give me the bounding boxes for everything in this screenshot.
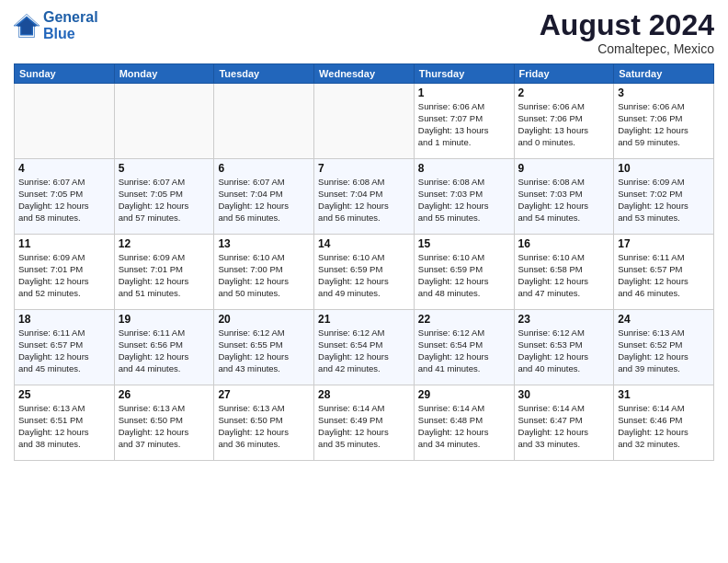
table-row: 26Sunrise: 6:13 AM Sunset: 6:50 PM Dayli… xyxy=(114,385,214,461)
day-info: Sunrise: 6:13 AM Sunset: 6:51 PM Dayligh… xyxy=(18,403,110,450)
title-block: August 2024 Comaltepec, Mexico xyxy=(540,9,714,56)
day-number: 16 xyxy=(518,237,610,250)
day-number: 23 xyxy=(518,313,610,326)
table-row: 18Sunrise: 6:11 AM Sunset: 6:57 PM Dayli… xyxy=(15,310,115,385)
day-number: 30 xyxy=(518,388,610,401)
day-info: Sunrise: 6:13 AM Sunset: 6:50 PM Dayligh… xyxy=(119,403,210,450)
day-info: Sunrise: 6:09 AM Sunset: 7:01 PM Dayligh… xyxy=(18,252,110,299)
week-row-2: 11Sunrise: 6:09 AM Sunset: 7:01 PM Dayli… xyxy=(15,235,714,310)
calendar-header-row: Sunday Monday Tuesday Wednesday Thursday… xyxy=(15,64,714,84)
day-number: 7 xyxy=(318,162,410,175)
subtitle: Comaltepec, Mexico xyxy=(540,41,714,56)
day-info: Sunrise: 6:06 AM Sunset: 7:06 PM Dayligh… xyxy=(518,101,610,148)
table-row xyxy=(114,84,214,159)
day-number: 27 xyxy=(218,388,310,401)
day-info: Sunrise: 6:07 AM Sunset: 7:04 PM Dayligh… xyxy=(218,177,310,224)
logo-blue: Blue xyxy=(43,26,75,41)
day-number: 1 xyxy=(418,86,510,99)
table-row xyxy=(15,84,115,159)
day-number: 6 xyxy=(218,162,310,175)
day-number: 5 xyxy=(119,162,210,175)
day-info: Sunrise: 6:11 AM Sunset: 6:57 PM Dayligh… xyxy=(18,327,110,374)
day-number: 24 xyxy=(618,313,710,326)
day-number: 9 xyxy=(518,162,610,175)
day-info: Sunrise: 6:14 AM Sunset: 6:47 PM Dayligh… xyxy=(518,403,610,450)
week-row-3: 18Sunrise: 6:11 AM Sunset: 6:57 PM Dayli… xyxy=(15,310,714,385)
table-row: 5Sunrise: 6:07 AM Sunset: 7:05 PM Daylig… xyxy=(114,159,214,235)
week-row-0: 1Sunrise: 6:06 AM Sunset: 7:07 PM Daylig… xyxy=(15,84,714,159)
col-saturday: Saturday xyxy=(614,64,714,84)
day-info: Sunrise: 6:12 AM Sunset: 6:53 PM Dayligh… xyxy=(518,327,610,374)
day-number: 18 xyxy=(18,313,110,326)
logo-icon xyxy=(14,13,40,39)
day-info: Sunrise: 6:08 AM Sunset: 7:03 PM Dayligh… xyxy=(518,177,610,224)
col-wednesday: Wednesday xyxy=(314,64,415,84)
day-number: 4 xyxy=(18,162,110,175)
day-info: Sunrise: 6:14 AM Sunset: 6:49 PM Dayligh… xyxy=(318,403,410,450)
day-info: Sunrise: 6:11 AM Sunset: 6:57 PM Dayligh… xyxy=(618,252,710,299)
table-row: 3Sunrise: 6:06 AM Sunset: 7:06 PM Daylig… xyxy=(614,84,714,159)
day-info: Sunrise: 6:12 AM Sunset: 6:55 PM Dayligh… xyxy=(218,327,310,374)
table-row: 9Sunrise: 6:08 AM Sunset: 7:03 PM Daylig… xyxy=(514,159,614,235)
day-info: Sunrise: 6:08 AM Sunset: 7:04 PM Dayligh… xyxy=(318,177,410,224)
day-info: Sunrise: 6:10 AM Sunset: 6:58 PM Dayligh… xyxy=(518,252,610,299)
table-row: 12Sunrise: 6:09 AM Sunset: 7:01 PM Dayli… xyxy=(114,235,214,310)
table-row: 22Sunrise: 6:12 AM Sunset: 6:54 PM Dayli… xyxy=(414,310,514,385)
logo: General Blue xyxy=(14,9,98,41)
day-info: Sunrise: 6:07 AM Sunset: 7:05 PM Dayligh… xyxy=(119,177,210,224)
header: General Blue August 2024 Comaltepec, Mex… xyxy=(14,9,714,56)
day-info: Sunrise: 6:12 AM Sunset: 6:54 PM Dayligh… xyxy=(318,327,410,374)
page: General Blue August 2024 Comaltepec, Mex… xyxy=(0,0,728,563)
day-info: Sunrise: 6:08 AM Sunset: 7:03 PM Dayligh… xyxy=(418,177,510,224)
day-info: Sunrise: 6:10 AM Sunset: 6:59 PM Dayligh… xyxy=(318,252,410,299)
day-number: 10 xyxy=(618,162,710,175)
day-info: Sunrise: 6:06 AM Sunset: 7:06 PM Dayligh… xyxy=(618,101,710,148)
logo-text: General Blue xyxy=(43,9,98,41)
day-info: Sunrise: 6:11 AM Sunset: 6:56 PM Dayligh… xyxy=(119,327,210,374)
table-row: 13Sunrise: 6:10 AM Sunset: 7:00 PM Dayli… xyxy=(214,235,314,310)
day-number: 20 xyxy=(218,313,310,326)
day-number: 14 xyxy=(318,237,410,250)
day-number: 22 xyxy=(418,313,510,326)
table-row: 27Sunrise: 6:13 AM Sunset: 6:50 PM Dayli… xyxy=(214,385,314,461)
day-number: 25 xyxy=(18,388,110,401)
day-number: 8 xyxy=(418,162,510,175)
table-row: 10Sunrise: 6:09 AM Sunset: 7:02 PM Dayli… xyxy=(614,159,714,235)
col-thursday: Thursday xyxy=(414,64,514,84)
day-number: 28 xyxy=(318,388,410,401)
day-info: Sunrise: 6:13 AM Sunset: 6:50 PM Dayligh… xyxy=(218,403,310,450)
table-row: 19Sunrise: 6:11 AM Sunset: 6:56 PM Dayli… xyxy=(114,310,214,385)
table-row: 31Sunrise: 6:14 AM Sunset: 6:46 PM Dayli… xyxy=(614,385,714,461)
day-number: 17 xyxy=(618,237,710,250)
table-row: 24Sunrise: 6:13 AM Sunset: 6:52 PM Dayli… xyxy=(614,310,714,385)
day-number: 2 xyxy=(518,86,610,99)
table-row: 30Sunrise: 6:14 AM Sunset: 6:47 PM Dayli… xyxy=(514,385,614,461)
day-number: 11 xyxy=(18,237,110,250)
table-row: 17Sunrise: 6:11 AM Sunset: 6:57 PM Dayli… xyxy=(614,235,714,310)
table-row: 28Sunrise: 6:14 AM Sunset: 6:49 PM Dayli… xyxy=(314,385,415,461)
day-number: 3 xyxy=(618,86,710,99)
day-info: Sunrise: 6:12 AM Sunset: 6:54 PM Dayligh… xyxy=(418,327,510,374)
week-row-1: 4Sunrise: 6:07 AM Sunset: 7:05 PM Daylig… xyxy=(15,159,714,235)
table-row: 25Sunrise: 6:13 AM Sunset: 6:51 PM Dayli… xyxy=(15,385,115,461)
table-row xyxy=(214,84,314,159)
table-row: 15Sunrise: 6:10 AM Sunset: 6:59 PM Dayli… xyxy=(414,235,514,310)
day-info: Sunrise: 6:13 AM Sunset: 6:52 PM Dayligh… xyxy=(618,327,710,374)
table-row: 2Sunrise: 6:06 AM Sunset: 7:06 PM Daylig… xyxy=(514,84,614,159)
table-row: 23Sunrise: 6:12 AM Sunset: 6:53 PM Dayli… xyxy=(514,310,614,385)
day-number: 29 xyxy=(418,388,510,401)
day-info: Sunrise: 6:06 AM Sunset: 7:07 PM Dayligh… xyxy=(418,101,510,148)
day-info: Sunrise: 6:10 AM Sunset: 6:59 PM Dayligh… xyxy=(418,252,510,299)
day-info: Sunrise: 6:10 AM Sunset: 7:00 PM Dayligh… xyxy=(218,252,310,299)
main-title: August 2024 xyxy=(540,9,714,41)
day-info: Sunrise: 6:09 AM Sunset: 7:02 PM Dayligh… xyxy=(618,177,710,224)
table-row: 21Sunrise: 6:12 AM Sunset: 6:54 PM Dayli… xyxy=(314,310,415,385)
col-friday: Friday xyxy=(514,64,614,84)
day-number: 31 xyxy=(618,388,710,401)
table-row: 4Sunrise: 6:07 AM Sunset: 7:05 PM Daylig… xyxy=(15,159,115,235)
table-row: 7Sunrise: 6:08 AM Sunset: 7:04 PM Daylig… xyxy=(314,159,415,235)
table-row: 20Sunrise: 6:12 AM Sunset: 6:55 PM Dayli… xyxy=(214,310,314,385)
day-info: Sunrise: 6:14 AM Sunset: 6:46 PM Dayligh… xyxy=(618,403,710,450)
table-row: 1Sunrise: 6:06 AM Sunset: 7:07 PM Daylig… xyxy=(414,84,514,159)
day-number: 21 xyxy=(318,313,410,326)
